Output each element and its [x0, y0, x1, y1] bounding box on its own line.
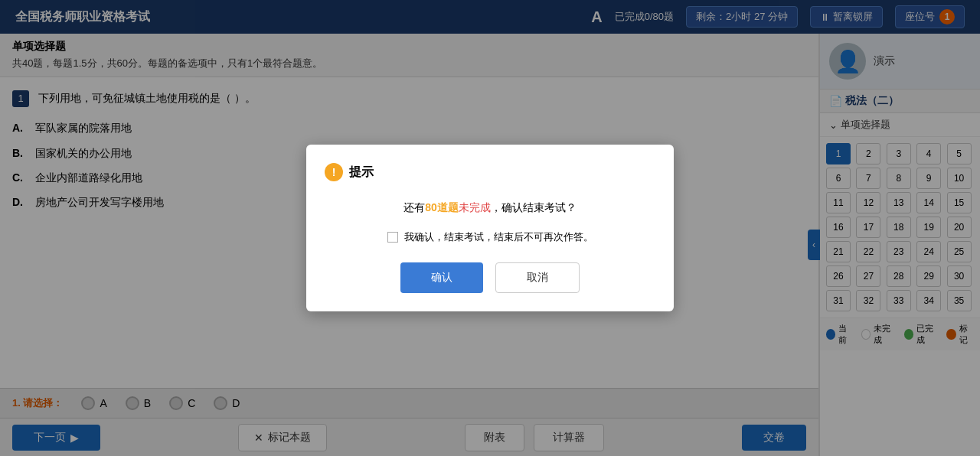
modal-buttons: 确认 取消: [325, 262, 655, 293]
modal-highlight-num: 80道题: [425, 201, 459, 213]
modal-msg1: 还有: [403, 201, 425, 213]
modal-header: ! 提示: [325, 163, 655, 181]
modal-confirm-button[interactable]: 确认: [400, 262, 483, 293]
modal-cancel-button[interactable]: 取消: [495, 262, 580, 293]
modal-title: 提示: [349, 164, 374, 181]
modal-overlay: ! 提示 还有80道题未完成，确认结束考试？ 我确认，结束考试，结束后不可再次作…: [0, 0, 980, 456]
confirm-checkbox[interactable]: [387, 232, 398, 243]
modal-msg2: 未完成: [459, 201, 491, 213]
modal-dialog: ! 提示 还有80道题未完成，确认结束考试？ 我确认，结束考试，结束后不可再次作…: [306, 145, 674, 311]
modal-body: 还有80道题未完成，确认结束考试？: [325, 197, 655, 218]
modal-msg3: ，确认结束考试？: [491, 201, 577, 213]
modal-checkbox-row: 我确认，结束考试，结束后不可再次作答。: [325, 230, 655, 244]
warning-icon: !: [325, 163, 343, 181]
confirm-checkbox-label: 我确认，结束考试，结束后不可再次作答。: [404, 230, 593, 244]
